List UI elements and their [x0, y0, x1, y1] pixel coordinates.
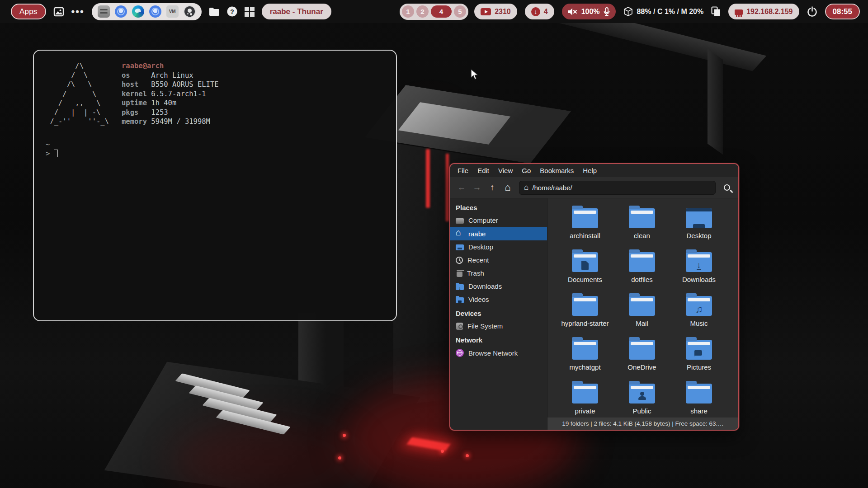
edge-browser-icon[interactable]	[132, 5, 144, 18]
up-button[interactable]: ↑	[486, 181, 499, 194]
sidebar-item-label: Browse Network	[468, 349, 518, 357]
prompt-char: >	[46, 150, 50, 158]
fetch-output: /\ / \ /\ \ / \ / ,, \ / | | -\ /_-'' ''…	[46, 61, 384, 127]
microphone-icon	[604, 7, 610, 16]
svg-text:?: ?	[230, 8, 234, 15]
wallpaper-red-light	[426, 149, 430, 208]
blue-browser-icon[interactable]	[115, 5, 127, 18]
picture-icon	[686, 340, 712, 360]
file-name: Public	[633, 407, 651, 415]
menu-item[interactable]: View	[494, 164, 517, 177]
package-icon	[623, 7, 633, 16]
workspace-button[interactable]: 2	[416, 5, 429, 18]
file-item[interactable]: Pictures	[672, 336, 726, 380]
folder-icon	[629, 252, 655, 272]
sidebar-section-title: Network	[450, 333, 547, 346]
sidebar-item[interactable]: Browse Network	[450, 346, 547, 360]
sidebar-item-label: Recent	[467, 256, 489, 264]
file-item[interactable]: OneDrive	[615, 336, 669, 380]
file-item[interactable]: Downloads	[672, 249, 726, 292]
menu-item[interactable]: File	[453, 164, 473, 177]
file-item[interactable]: clean	[615, 205, 669, 249]
obs-icon[interactable]	[184, 5, 196, 18]
vm-icon[interactable]	[166, 5, 179, 18]
volume-module[interactable]: 100%	[562, 4, 616, 19]
file-item[interactable]: mychatgpt	[558, 336, 612, 380]
forward-button[interactable]: →	[470, 181, 484, 194]
mouse-cursor	[470, 69, 480, 82]
youtube-module[interactable]: 2310	[474, 4, 517, 19]
network-module[interactable]: 192.168.2.159	[728, 4, 799, 19]
file-name: Pictures	[687, 363, 711, 371]
fetch-row: hostB550 AORUS ELITE	[122, 80, 219, 89]
sidebar-item[interactable]: Computer	[450, 214, 547, 227]
user-icon	[629, 384, 655, 404]
help-icon[interactable]: ?	[227, 6, 237, 17]
apps-button[interactable]: Apps	[11, 4, 46, 19]
screenshot-icon[interactable]	[53, 6, 64, 17]
thunar-window[interactable]: FileEditViewGoBookmarksHelp ← → ↑ ⌂ ⌂ /h…	[449, 163, 739, 431]
places-sidebar: Places Computer raabe Desktop	[450, 198, 547, 418]
arch-ascii-logo: /\ / \ /\ \ / \ / ,, \ / | | -\ /_-'' ''…	[46, 61, 109, 127]
file-name: hyprland-starter	[561, 319, 609, 327]
sidebar-item[interactable]: Recent	[450, 253, 547, 267]
windows-logo-icon[interactable]	[245, 7, 255, 17]
file-item[interactable]: Desktop	[672, 205, 726, 249]
folder-video-icon	[456, 297, 464, 303]
download-module[interactable]: 4	[525, 4, 554, 19]
desktop-icon-icon	[686, 208, 712, 228]
file-item[interactable]: hyprland-starter	[558, 292, 612, 336]
workspace-switcher: 1245	[400, 4, 468, 20]
drawer-icon[interactable]	[98, 5, 110, 18]
search-button[interactable]	[720, 181, 734, 194]
blue-browser-icon[interactable]	[149, 5, 161, 18]
wallpaper-frame	[708, 49, 723, 155]
menu-item[interactable]: Bookmarks	[535, 164, 578, 177]
sidebar-item-label: Desktop	[468, 243, 493, 251]
sidebar-item-label: Computer	[468, 216, 498, 224]
terminal-window[interactable]: /\ / \ /\ \ / \ / ,, \ / | | -\ /_-'' ''…	[33, 50, 397, 321]
file-name: Desktop	[686, 232, 711, 239]
sidebar-item[interactable]: File System	[450, 319, 547, 333]
file-item[interactable]: dotfiles	[615, 249, 669, 292]
youtube-icon	[481, 8, 491, 15]
home-button[interactable]: ⌂	[501, 181, 514, 194]
file-name: Documents	[568, 276, 602, 283]
sidebar-item[interactable]: Desktop	[450, 240, 547, 253]
power-icon[interactable]	[807, 6, 817, 17]
file-name: Downloads	[682, 276, 716, 283]
menu-item[interactable]: Edit	[473, 164, 494, 177]
file-item[interactable]: Music	[672, 292, 726, 336]
workspace-button[interactable]: 1	[402, 5, 414, 18]
folder-icon	[686, 384, 712, 404]
clipboard-icon[interactable]	[711, 6, 721, 17]
file-name: share	[690, 407, 708, 415]
sidebar-item[interactable]: Downloads	[450, 280, 547, 293]
sidebar-item-label: Trash	[467, 269, 484, 277]
terminal-cursor[interactable]	[54, 150, 58, 157]
file-item[interactable]: archinstall	[558, 205, 612, 249]
sidebar-item[interactable]: Videos	[450, 293, 547, 306]
menu-item[interactable]: Go	[517, 164, 535, 177]
app-launcher-dock	[92, 3, 202, 20]
sidebar-section-title: Places	[450, 200, 547, 214]
clock-module[interactable]: 08:55	[825, 4, 860, 19]
workspace-button[interactable]: 5	[454, 5, 466, 18]
file-manager-icon[interactable]	[209, 7, 220, 16]
workspace-button[interactable]: 4	[431, 5, 452, 18]
folder-icon	[629, 208, 655, 228]
sidebar-item[interactable]: Trash	[450, 267, 547, 280]
back-button[interactable]: ←	[455, 181, 468, 194]
file-item[interactable]: Documents	[558, 249, 612, 292]
file-name: private	[575, 407, 595, 415]
more-options-icon[interactable]: •••	[71, 9, 85, 14]
path-bar[interactable]: ⌂ /home/raabe/	[519, 181, 716, 195]
wallpaper-red-light	[446, 154, 449, 221]
fetch-user-host: raabe@arch	[122, 61, 219, 71]
sidebar-item[interactable]: raabe	[450, 227, 547, 240]
menu-item[interactable]: Help	[578, 164, 601, 177]
youtube-count: 2310	[495, 8, 511, 16]
file-item[interactable]: Mail	[615, 292, 669, 336]
file-name: mychatgpt	[569, 363, 600, 371]
download-icon	[531, 7, 540, 16]
